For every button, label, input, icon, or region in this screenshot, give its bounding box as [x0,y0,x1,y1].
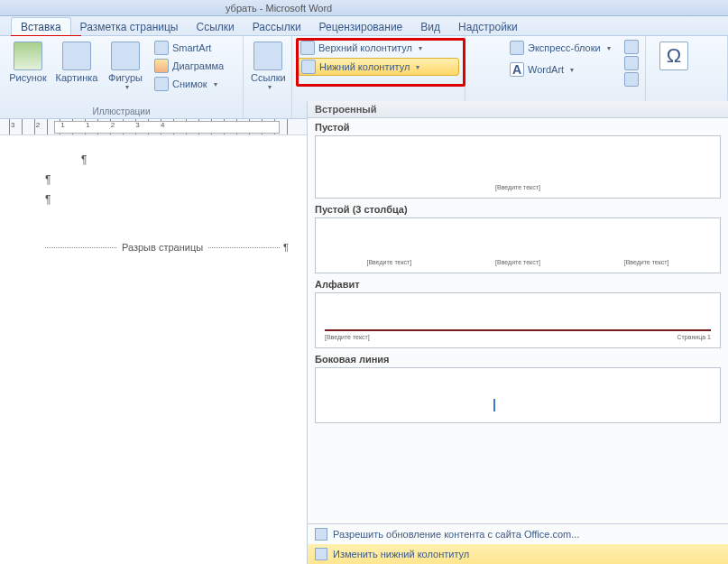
quickparts-label: Экспресс-блоки [528,42,601,53]
group-illustrations-label: Иллюстрации [5,105,237,116]
wordart-icon: A [510,62,524,77]
quickparts-button[interactable]: Экспресс-блоки [507,40,613,56]
gallery-item-blank-3col[interactable]: Пустой (3 столбца) [Введите текст] [Введ… [315,204,721,273]
quickparts-icon [510,41,524,55]
gallery-item-blank[interactable]: Пустой [Введите текст] [315,122,721,199]
placeholder-text: [Введите текст] [325,334,370,340]
page-break: Разрыв страницы ¶ [45,242,289,253]
cursor-icon [493,399,495,411]
paragraph-mark: ¶ [283,242,289,253]
clipart-button[interactable]: Картинка [54,40,99,85]
gallery-header: Встроенный [308,101,728,118]
office-com-link[interactable]: Разрешить обновление контента с сайта Of… [308,524,728,544]
links-icon [253,42,282,70]
gallery-preview: [Введите текст] [Введите текст] [Введите… [315,217,721,273]
document-area[interactable]: ¶ ¶ ¶ Разрыв страницы ¶ [0,135,307,559]
tab-review[interactable]: Рецензирование [310,18,412,35]
footer-gallery: Встроенный Пустой [Введите текст] Пустой… [307,101,728,564]
footer-icon [301,60,316,74]
shapes-button[interactable]: Фигуры [103,40,148,93]
gallery-item-title: Пустой [315,122,721,133]
placeholder-text: [Введите текст] [495,259,540,265]
screenshot-icon [154,77,169,91]
placeholder-text: [Введите текст] [624,259,669,265]
footer-label: Нижний колонтитул [319,61,410,72]
paragraph-mark: ¶ [45,173,289,186]
footer-button[interactable]: Нижний колонтитул [298,58,459,76]
links-button[interactable]: Ссылки [249,40,288,93]
globe-icon [315,528,327,541]
paragraph-mark: ¶ [81,153,289,166]
gallery-item-title: Алфавит [315,279,721,290]
window-title: убрать - Microsoft Word [226,3,332,14]
gallery-item-title: Боковая линия [315,354,721,365]
screenshot-label: Снимок [172,79,207,89]
ruler-marks: 3 2 1 1 2 3 4 [11,121,174,129]
smartart-icon [154,41,169,55]
smartart-label: SmartArt [172,42,211,53]
gallery-preview: [Введите текст] [315,135,721,199]
picture-icon [14,42,42,70]
tab-references[interactable]: Ссылки [187,18,243,35]
screenshot-button[interactable]: Снимок [152,76,226,92]
tab-mailings[interactable]: Рассылки [244,18,310,35]
clipart-icon [62,42,91,70]
picture-label: Рисунок [9,72,47,83]
group-illustrations: Рисунок Картинка Фигуры SmartArt Диаграм… [0,36,244,118]
tab-insert[interactable]: Вставка [11,17,71,36]
chart-button[interactable]: Диаграмма [152,58,226,74]
links-label: Ссылки [251,72,286,83]
page-number-text: Страница 1 [677,334,711,340]
gallery-preview: [Введите текст] Страница 1 [315,292,721,348]
tab-addins[interactable]: Надстройки [449,18,527,35]
red-line-icon [325,329,711,331]
gallery-item-sideline[interactable]: Боковая линия [315,354,721,423]
placeholder-text: [Введите текст] [366,259,411,265]
header-button[interactable]: Верхний колонтитул [298,40,459,56]
object-icon[interactable] [624,72,639,87]
omega-icon: Ω [659,42,688,70]
page-break-label: Разрыв страницы [116,242,208,253]
ribbon-tabs: Вставка Разметка страницы Ссылки Рассылк… [0,16,728,36]
edit-footer-label: Изменить нижний колонтитул [333,549,469,559]
office-com-label: Разрешить обновление контента с сайта Of… [333,529,579,540]
header-label: Верхний колонтитул [318,42,412,53]
chart-label: Диаграмма [172,60,224,71]
signature-icon[interactable] [624,40,639,54]
tab-page-layout[interactable]: Разметка страницы [71,18,188,35]
gallery-footer: Разрешить обновление контента с сайта Of… [308,523,728,564]
wordart-label: WordArt [528,64,564,75]
smartart-button[interactable]: SmartArt [152,40,226,56]
wordart-button[interactable]: A WordArt [507,61,613,78]
group-links: Ссылки [244,36,292,118]
picture-button[interactable]: Рисунок [5,40,51,85]
placeholder-text: [Введите текст] [495,184,540,190]
edit-footer-icon [315,548,327,560]
shapes-icon [111,42,140,70]
symbol-button[interactable]: Ω [651,40,696,74]
group-links-label [249,115,286,116]
edit-footer-link[interactable]: Изменить нижний колонтитул [308,544,728,564]
header-icon [300,41,315,55]
chart-icon [154,59,169,73]
datetime-icon[interactable] [624,56,639,70]
clipart-label: Картинка [56,72,98,83]
paragraph-mark: ¶ [45,193,289,206]
gallery-item-alphabet[interactable]: Алфавит [Введите текст] Страница 1 [315,279,721,348]
gallery-item-title: Пустой (3 столбца) [315,204,721,215]
tab-view[interactable]: Вид [411,18,449,35]
gallery-preview [315,367,721,423]
shapes-label: Фигуры [108,72,143,83]
window-titlebar: убрать - Microsoft Word [0,0,728,16]
